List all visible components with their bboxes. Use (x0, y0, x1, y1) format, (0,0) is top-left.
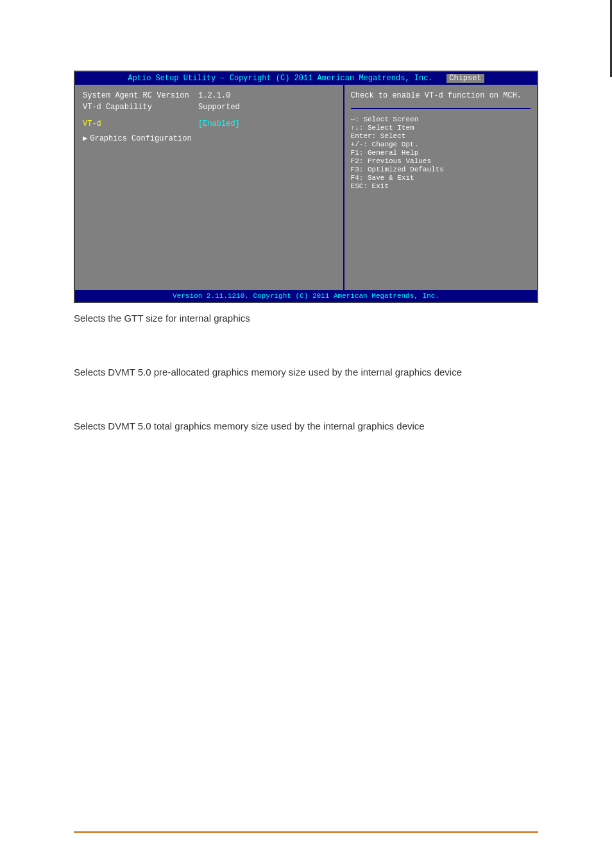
vtd-capability-label: VT-d Capability (83, 103, 198, 112)
key-help-f2: F2: Previous Values (351, 157, 531, 165)
active-tab[interactable]: Chipset (446, 74, 484, 83)
bios-right-panel: Check to enable VT-d function on MCH. ↔:… (343, 85, 537, 290)
bios-title: Aptio Setup Utility – Copyright (C) 2011… (128, 74, 432, 83)
submenu-arrow-icon: ▶ (83, 134, 87, 143)
desc-text-2: Selects the GTT size for internal graphi… (74, 311, 538, 326)
key-help-esc: ESC: Exit (351, 182, 531, 190)
rc-version-value: 1.2.1.0 (198, 91, 230, 100)
desc-section-3: Selects DVMT 5.0 pre-allocated graphics … (74, 345, 538, 399)
help-divider (351, 108, 531, 109)
key-help-enter: Enter: Select (351, 132, 531, 140)
bottom-divider (74, 831, 538, 833)
vtd-value: [Enabled] (198, 119, 240, 128)
bios-footer: Version 2.11.1210. Copyright (C) 2011 Am… (75, 290, 537, 302)
key-help-select-item: ↑↓: Select Item (351, 124, 531, 132)
help-text: Check to enable VT-d function on MCH. (351, 91, 531, 100)
key-help-change-opt: +/-: Change Opt. (351, 141, 531, 148)
rc-version-label: System Agent RC Version (83, 91, 198, 100)
desc-section-4: Selects DVMT 5.0 total graphics memory s… (74, 399, 538, 453)
key-help-section: ↔: Select Screen ↑↓: Select Item Enter: … (351, 116, 531, 190)
key-help-select-screen: ↔: Select Screen (351, 116, 531, 123)
bios-left-panel: System Agent RC Version 1.2.1.0 VT-d Cap… (75, 85, 343, 290)
desc-text-3: Selects DVMT 5.0 pre-allocated graphics … (74, 365, 538, 380)
vtd-row[interactable]: VT-d [Enabled] (83, 119, 336, 128)
key-help-f1: F1: General Help (351, 149, 531, 157)
bios-window: Aptio Setup Utility – Copyright (C) 2011… (74, 71, 538, 303)
key-help-f4: F4: Save & Exit (351, 174, 531, 182)
bios-main-area: System Agent RC Version 1.2.1.0 VT-d Cap… (75, 85, 537, 290)
field-row-vtd-capability: VT-d Capability Supported (83, 103, 336, 112)
graphics-configuration-label: Graphics Configuration (90, 134, 191, 143)
field-row-rc-version: System Agent RC Version 1.2.1.0 (83, 91, 336, 100)
bios-title-bar: Aptio Setup Utility – Copyright (C) 2011… (75, 72, 537, 85)
graphics-configuration-item[interactable]: ▶ Graphics Configuration (83, 134, 336, 143)
vtd-label[interactable]: VT-d (83, 119, 198, 128)
desc-text-4: Selects DVMT 5.0 total graphics memory s… (74, 419, 538, 434)
vtd-capability-value: Supported (198, 103, 240, 112)
key-help-f3: F3: Optimized Defaults (351, 166, 531, 173)
